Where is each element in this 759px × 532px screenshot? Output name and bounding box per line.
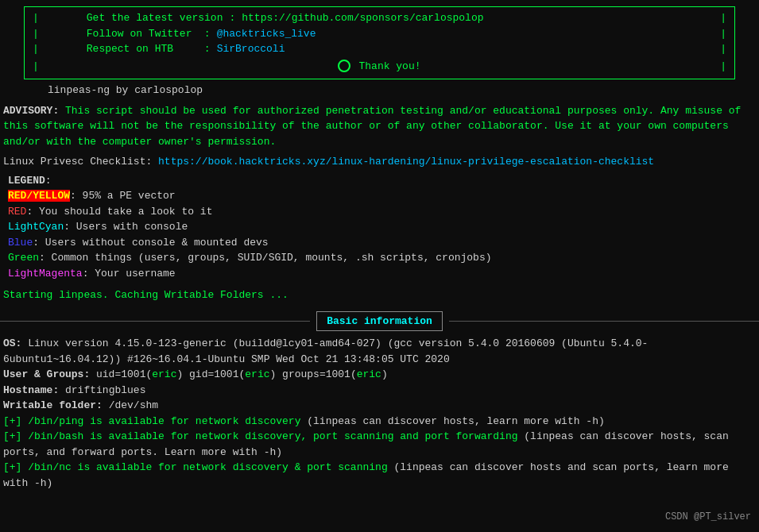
- starting-text: Starting linpeas. Caching Writable Folde…: [0, 287, 759, 303]
- twitter-label: Follow on Twitter: [39, 26, 198, 42]
- ping-tool: /bin/ping is available for network disco…: [21, 415, 300, 427]
- legend-colon: :: [45, 175, 52, 187]
- legend-text-3: : Users without console & mounted devs: [33, 237, 268, 249]
- spinner-icon: [338, 60, 350, 72]
- header-line-right: [449, 321, 759, 322]
- nc-tool: /bin/nc is available for network discove…: [21, 461, 387, 473]
- banner-row-latest: | Get the latest version : https://githu…: [33, 10, 726, 26]
- latest-url: https://github.com/sponsors/carlospolop: [242, 10, 483, 26]
- legend-text-0: : 95% a PE vector: [70, 190, 176, 202]
- ug-prefix: uid=1001(: [90, 368, 152, 380]
- latest-label: Get the latest version: [39, 10, 223, 26]
- advisory-label: ADVISORY:: [3, 105, 59, 117]
- bash-line: [+] /bin/bash is available for network d…: [0, 429, 759, 460]
- os-value: Linux version 4.15.0-123-generic (buildd…: [3, 337, 648, 365]
- pipe6: |: [720, 41, 726, 57]
- legend-label-3: Blue: [8, 237, 33, 249]
- legend-label-5: LightMagenta: [8, 268, 83, 279]
- thank-you-text: Thank you!: [358, 57, 420, 76]
- csdn-watermark: CSDN @PT_silver: [665, 510, 751, 524]
- pipe5: |: [33, 41, 39, 57]
- legend-text-1: : You should take a look to it: [26, 206, 212, 218]
- legend-title: LEGEND: [8, 175, 45, 187]
- htb-colon: :: [198, 41, 217, 57]
- pipe4: |: [720, 26, 726, 42]
- nc-line: [+] /bin/nc is available for network dis…: [0, 460, 759, 491]
- bash-tool: /bin/bash is available for network disco…: [21, 430, 517, 442]
- legend-label-2: LightCyan: [8, 221, 64, 233]
- ug-label: User & Groups:: [3, 368, 90, 380]
- ping-paren: (linpeas can discover hosts, learn more …: [300, 415, 604, 427]
- legend-label-4: Green: [8, 252, 39, 264]
- pipe1: |: [33, 10, 39, 26]
- hostname-value: driftingblues: [59, 384, 145, 396]
- twitter-handle: @hacktricks_live: [217, 26, 316, 42]
- priv-check-line: Linux Privesc Checklist: https://book.ha…: [0, 154, 759, 170]
- pipe3: |: [33, 26, 39, 42]
- writable-label: Writable folder:: [3, 399, 103, 411]
- ug-suffix: ): [381, 368, 388, 380]
- basic-info-header: Basic information: [0, 311, 759, 332]
- legend-section: LEGEND: RED/YELLOW: 95% a PE vector RED:…: [0, 173, 759, 282]
- hostname-label: Hostname:: [3, 384, 59, 396]
- twitter-colon: :: [198, 26, 217, 42]
- os-label: OS:: [3, 337, 21, 349]
- legend-label-1: RED: [8, 206, 26, 218]
- latest-colon: :: [223, 10, 242, 26]
- os-line: OS: Linux version 4.15.0-123-generic (bu…: [0, 336, 759, 367]
- legend-item-3: Blue: Users without console & mounted de…: [8, 235, 759, 251]
- writable-line: Writable folder: /dev/shm: [0, 398, 759, 414]
- pipe7: |: [33, 59, 39, 75]
- eric3: eric: [357, 368, 381, 380]
- terminal: | Get the latest version : https://githu…: [0, 3, 759, 532]
- advisory-text: This script should be used for authorize…: [3, 105, 741, 148]
- thank-you-row: | Thank you! |: [33, 57, 726, 76]
- htb-label: Respect on HTB: [39, 41, 198, 57]
- hostname-line: Hostname: driftingblues: [0, 383, 759, 399]
- legend-item-4: Green: Common things (users, groups, SUI…: [8, 250, 759, 266]
- eric1: eric: [152, 368, 176, 380]
- legend-text-2: : Users with console: [64, 221, 188, 233]
- banner-row-htb: | Respect on HTB : SirBroccoli |: [33, 41, 726, 57]
- legend-item-5: LightMagenta: Your username: [8, 266, 759, 282]
- writable-value: /dev/shm: [103, 399, 158, 411]
- legend-text-4: : Common things (users, groups, SUID/SGI…: [39, 252, 492, 264]
- user-groups-line: User & Groups: uid=1001(eric) gid=1001(e…: [0, 367, 759, 383]
- banner-box: | Get the latest version : https://githu…: [24, 6, 735, 79]
- eric2: eric: [245, 368, 269, 380]
- htb-user: SirBroccoli: [217, 41, 285, 57]
- banner-row-twitter: | Follow on Twitter : @hacktricks_live |: [33, 26, 726, 42]
- legend-item-0: RED/YELLOW: 95% a PE vector: [8, 188, 759, 204]
- linpeas-title: linpeas-ng by carlospolop: [0, 83, 759, 98]
- ping-line: [+] /bin/ping is available for network d…: [0, 414, 759, 430]
- priv-check-url: https://book.hacktricks.xyz/linux-harden…: [158, 156, 654, 168]
- pipe8: |: [720, 59, 726, 75]
- ug-mid2: ) groups=1001(: [270, 368, 357, 380]
- priv-check-prefix: Linux Privesc Checklist:: [3, 156, 158, 168]
- legend-item-2: LightCyan: Users with console: [8, 219, 759, 235]
- csdn-user: @PT_silver: [694, 511, 751, 522]
- advisory-block: ADVISORY: This script should be used for…: [0, 103, 759, 150]
- basic-info-label: Basic information: [316, 311, 443, 332]
- pipe2: |: [720, 10, 726, 26]
- bash-plus: [+]: [3, 430, 21, 442]
- legend-text-5: : Your username: [83, 268, 176, 279]
- ping-plus: [+]: [3, 415, 21, 427]
- nc-plus: [+]: [3, 461, 21, 473]
- legend-label-0: RED/YELLOW: [8, 190, 70, 202]
- legend-item-1: RED: You should take a look to it: [8, 204, 759, 220]
- header-line-left: [0, 321, 310, 322]
- ug-mid1: ) gid=1001(: [176, 368, 245, 380]
